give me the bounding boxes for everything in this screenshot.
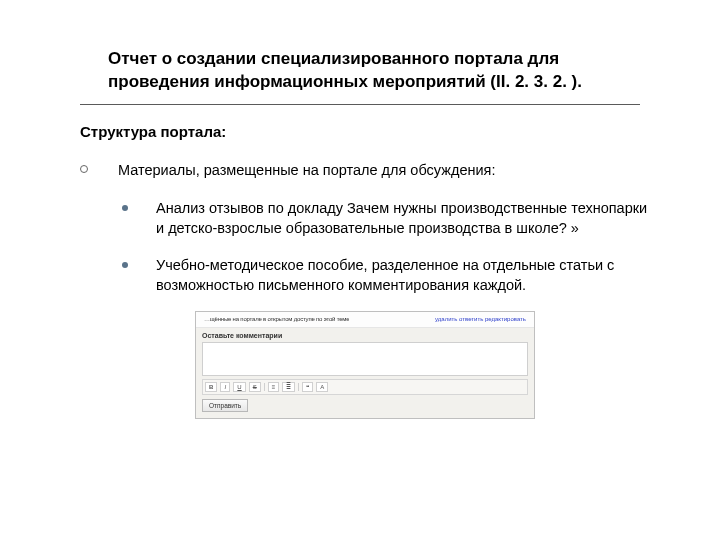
hollow-bullet-icon	[80, 165, 88, 173]
list-bullets-button[interactable]: ≡	[268, 382, 280, 392]
mini-header-title: …щённые на портале в открытом доступе по…	[204, 316, 349, 322]
embedded-screenshot: …щённые на портале в открытом доступе по…	[195, 311, 535, 419]
list-item-level2: Анализ отзывов по докладу Зачем нужны пр…	[122, 198, 650, 239]
list-item-level2: Учебно-методическое пособие, разделенное…	[122, 255, 650, 296]
mini-toolbar: B I U S ≡ ≣ ❝ A	[202, 379, 528, 395]
section-subtitle: Структура портала:	[80, 123, 650, 140]
mini-body: Оставьте комментарии B I U S ≡ ≣ ❝ A Отп…	[196, 328, 534, 418]
mini-header-actions: удалить ответить редактировать	[435, 316, 526, 322]
solid-bullet-icon	[122, 262, 128, 268]
italic-button[interactable]: I	[220, 382, 230, 392]
quote-button[interactable]: ❝	[302, 382, 313, 392]
attach-button[interactable]: A	[316, 382, 328, 392]
slide-title: Отчет о создании специализированного пор…	[108, 48, 630, 94]
level1-text: Материалы, размещенные на портале для об…	[118, 160, 495, 180]
bold-button[interactable]: B	[205, 382, 217, 392]
list-numbered-button[interactable]: ≣	[282, 382, 295, 392]
solid-bullet-icon	[122, 205, 128, 211]
bullet-text: Анализ отзывов по докладу Зачем нужны пр…	[156, 198, 650, 239]
strike-button[interactable]: S	[249, 382, 261, 392]
list-item-level1: Материалы, размещенные на портале для об…	[80, 160, 650, 180]
bullet-text: Учебно-методическое пособие, разделенное…	[156, 255, 650, 296]
mini-comment-textarea[interactable]	[202, 342, 528, 376]
title-divider	[80, 104, 640, 105]
underline-button[interactable]: U	[233, 382, 245, 392]
toolbar-separator	[298, 383, 299, 391]
toolbar-separator	[264, 383, 265, 391]
mini-header: …щённые на портале в открытом доступе по…	[196, 312, 534, 328]
mini-comment-prompt: Оставьте комментарии	[202, 332, 528, 339]
submit-button[interactable]: Отправить	[202, 399, 248, 412]
